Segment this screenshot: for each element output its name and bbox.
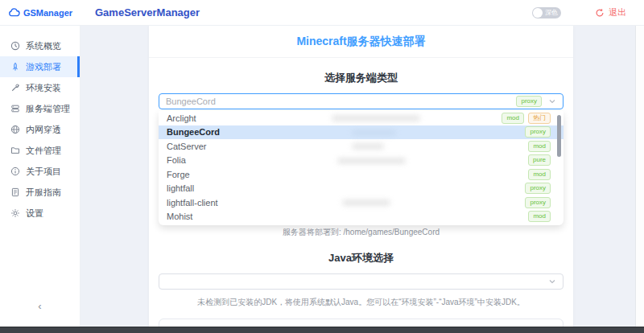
sidebar-item-game-deploy[interactable]: 游戏部署 — [0, 56, 80, 77]
option-label: lightfall — [167, 183, 194, 193]
sidebar-item-label: 服务端管理 — [26, 103, 70, 115]
logout-icon — [595, 8, 605, 18]
sidebar-item-label: 文件管理 — [26, 145, 61, 157]
server-icon — [10, 104, 20, 113]
server-type-select[interactable]: BungeeCord proxy — [159, 93, 564, 109]
dropdown-option-folia[interactable]: Folia pure — [159, 154, 564, 168]
top-header: GSManager GameServerManager 深色 退出 — [0, 0, 644, 26]
redacted-text — [337, 158, 406, 164]
sidebar-item-about[interactable]: 关于项目 — [0, 161, 80, 182]
app-title: GameServerManager — [95, 6, 200, 18]
dropdown-option-lightfall-client[interactable]: lightfall-client proxy — [159, 195, 564, 210]
java-heading: Java环境选择 — [159, 251, 564, 265]
dropdown-scrollbar[interactable] — [557, 115, 561, 157]
sidebar-item-label: 环境安装 — [26, 82, 61, 94]
option-label: lightfall-client — [167, 198, 218, 208]
sidebar-collapse-button[interactable]: ‹ — [0, 300, 80, 312]
selected-type-tag: proxy — [516, 96, 542, 107]
dropdown-option-catserver[interactable]: CatServer mod — [159, 139, 564, 154]
sidebar-item-label: 游戏部署 — [26, 61, 61, 73]
dropdown-option-forge[interactable]: Forge mod — [159, 167, 564, 182]
server-type-dropdown: Arclight mod 热门 BungeeCord proxy — [159, 111, 564, 225]
option-tag: proxy — [525, 197, 551, 208]
option-tag: mod — [528, 141, 551, 152]
redacted-text — [332, 115, 420, 121]
deploy-card: Minecraft服务器快速部署 选择服务端类型 BungeeCord prox… — [149, 26, 573, 333]
sidebar-item-env-install[interactable]: 环境安装 — [0, 77, 80, 98]
java-hint: 未检测到已安装的JDK，将使用系统默认Java。您可以在“环境安装”-“Java… — [159, 297, 564, 308]
deploy-path-note: 服务器将部署到: /home/games/BungeeCord — [159, 227, 564, 238]
sidebar-item-settings[interactable]: 设置 — [0, 203, 80, 224]
sidebar-item-overview[interactable]: 系统概览 — [0, 35, 80, 56]
document-icon — [10, 187, 20, 197]
folder-icon — [10, 146, 20, 155]
sidebar-item-files[interactable]: 文件管理 — [0, 140, 80, 161]
option-tag: proxy — [525, 126, 551, 138]
globe-icon — [10, 125, 20, 134]
page-title: Minecraft服务器快速部署 — [296, 35, 425, 49]
logo[interactable]: GSManager — [0, 6, 80, 18]
sidebar-item-label: 系统概览 — [26, 40, 61, 52]
sidebar-item-label: 设置 — [26, 208, 43, 220]
sidebar-item-label: 关于项目 — [26, 166, 61, 178]
option-tag: pure — [528, 154, 551, 166]
option-label: Folia — [167, 155, 186, 165]
main-area: Minecraft服务器快速部署 选择服务端类型 BungeeCord prox… — [80, 26, 644, 333]
app-window: GSManager GameServerManager 深色 退出 系 — [0, 0, 644, 333]
cloud-logo-icon — [8, 6, 20, 18]
dropdown-option-bungeecord[interactable]: BungeeCord proxy — [159, 125, 564, 140]
option-tag: proxy — [525, 183, 551, 194]
sidebar-item-guide[interactable]: 开服指南 — [0, 182, 80, 203]
java-env-select[interactable] — [159, 273, 564, 290]
server-type-heading: 选择服务端类型 — [159, 71, 564, 85]
sidebar-item-label: 内网穿透 — [26, 124, 61, 136]
dropdown-option-lightfall[interactable]: lightfall proxy — [159, 182, 564, 196]
logout-label: 退出 — [609, 6, 626, 18]
theme-toggle-label: 深色 — [545, 10, 558, 16]
sidebar-item-label: 开服指南 — [26, 187, 61, 199]
option-tag: mod — [528, 211, 551, 222]
info-icon — [10, 166, 20, 176]
card-header: Minecraft服务器快速部署 — [149, 26, 573, 58]
page-scrollbar[interactable] — [635, 26, 644, 327]
theme-toggle[interactable]: 深色 — [532, 7, 561, 18]
option-tag: mod — [528, 169, 551, 180]
sidebar-item-server-manage[interactable]: 服务端管理 — [0, 98, 80, 119]
dropdown-option-arclight[interactable]: Arclight mod 热门 — [159, 111, 564, 125]
sidebar-item-tunnel[interactable]: 内网穿透 — [0, 119, 80, 140]
dropdown-option-mohist[interactable]: Mohist mod — [159, 210, 564, 224]
chevron-down-icon — [548, 97, 556, 105]
option-label: Forge — [167, 170, 190, 179]
chevron-down-icon — [548, 278, 556, 286]
dashboard-icon — [10, 41, 20, 51]
wrench-icon — [10, 83, 20, 92]
logo-text: GSManager — [23, 8, 72, 18]
option-tag-hot: 热门 — [528, 113, 551, 124]
option-label: CatServer — [167, 142, 207, 151]
option-label: BungeeCord — [167, 127, 220, 137]
toggle-knob — [533, 8, 543, 18]
sidebar: 系统概览 游戏部署 环境安装 服务端管理 — [0, 26, 80, 327]
window-bottom-edge — [0, 327, 644, 333]
server-type-select-value: BungeeCord — [166, 97, 516, 106]
option-label: Mohist — [167, 212, 192, 221]
redacted-text — [352, 130, 396, 136]
redacted-text — [352, 143, 384, 150]
rocket-icon — [10, 62, 20, 72]
option-label: Arclight — [167, 113, 196, 123]
option-tag: mod — [502, 113, 524, 124]
redacted-text — [342, 199, 390, 206]
gear-icon — [10, 208, 20, 218]
logout-button[interactable]: 退出 — [595, 6, 626, 18]
